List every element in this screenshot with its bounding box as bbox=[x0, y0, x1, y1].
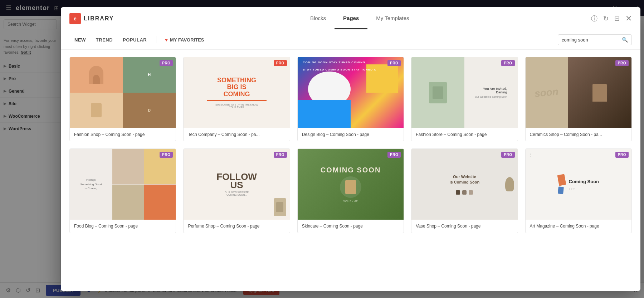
thumb-content-7: FOLLOWus OUR NEW WEBSITECOMING SOON... bbox=[184, 149, 289, 220]
modal-header-actions: ⓘ ↻ ⊟ ✕ bbox=[591, 14, 632, 23]
template-card-info-3: Design Blog – Coming Soon - page bbox=[298, 128, 404, 141]
template-thumb-4: You Are Invited,Darling Our Website is C… bbox=[411, 57, 517, 128]
fashion-grid-thumb: H D bbox=[70, 57, 176, 128]
pro-badge-10: PRO bbox=[615, 152, 629, 158]
pro-badge-7: PRO bbox=[274, 152, 287, 158]
tab-pages[interactable]: Pages bbox=[335, 8, 367, 29]
template-card-title-9: Vase Shop – Coming Soon - page bbox=[416, 223, 513, 229]
thumb-content-6: inklings Something GoodIs Coming bbox=[70, 149, 176, 220]
template-thumb-7: FOLLOWus OUR NEW WEBSITECOMING SOON... P… bbox=[184, 149, 289, 220]
thumb-cell-4: D bbox=[123, 93, 176, 128]
modal-content: H D PRO Fashion Shop – Coming Soon - pag… bbox=[61, 50, 640, 291]
template-card-title-5: Ceramics Shop – Coming Soon - pa... bbox=[530, 132, 627, 138]
template-card-10[interactable]: Coming Soon ○ ○ ○ PRO ⋮ Art Magazine – C… bbox=[525, 148, 632, 233]
filter-trend[interactable]: TREND bbox=[91, 35, 118, 45]
template-thumb-5: soon PRO bbox=[526, 57, 631, 128]
template-card-title-8: Skincare – Coming Soon - page bbox=[302, 223, 399, 229]
search-icon: 🔍 bbox=[622, 37, 628, 43]
pro-badge-5: PRO bbox=[615, 60, 629, 66]
pro-badge: PRO bbox=[160, 60, 173, 66]
help-icon[interactable]: ⓘ bbox=[591, 14, 597, 23]
filter-favorites[interactable]: ♥ MY FAVORITES bbox=[161, 35, 208, 45]
tab-blocks[interactable]: Blocks bbox=[302, 8, 335, 29]
template-card-5[interactable]: soon PRO Ceramics Shop – Coming Soon - p… bbox=[525, 57, 632, 141]
template-card-7[interactable]: FOLLOWus OUR NEW WEBSITECOMING SOON... P… bbox=[183, 148, 290, 233]
template-thumb-1: H D PRO bbox=[70, 57, 176, 128]
heart-icon: ♥ bbox=[165, 37, 168, 43]
template-card-info-4: Fashion Store – Coming Soon - page bbox=[411, 128, 517, 141]
thumb-content-2: SOMETHINGBIG ISCOMING SUBSCRIBE TO STAY … bbox=[184, 57, 289, 128]
modal-logo: e LIBRARY bbox=[69, 13, 114, 24]
more-options-icon[interactable]: ⋮ bbox=[528, 152, 533, 157]
template-thumb-2: SOMETHINGBIG ISCOMING SUBSCRIBE TO STAY … bbox=[184, 57, 289, 128]
thumb-cell-1 bbox=[70, 57, 123, 93]
template-card-title-1: Fashion Shop – Coming Soon - page bbox=[74, 132, 171, 138]
template-card-title-6: Food Blog – Coming Soon - page bbox=[74, 223, 171, 229]
template-card-title-3: Design Blog – Coming Soon - page bbox=[302, 132, 399, 138]
template-thumb-6: inklings Something GoodIs Coming PRO bbox=[70, 149, 176, 220]
thumb-big-text-2: SOMETHINGBIG ISCOMING bbox=[217, 77, 256, 98]
modal-logo-text: LIBRARY bbox=[84, 15, 114, 22]
template-card-6[interactable]: inklings Something GoodIs Coming PRO F bbox=[69, 148, 176, 233]
template-search-box[interactable]: 🔍 bbox=[558, 34, 632, 45]
template-card-info-9: Vase Shop – Coming Soon - page bbox=[411, 220, 517, 233]
template-card-1[interactable]: H D PRO Fashion Shop – Coming Soon - pag… bbox=[69, 57, 176, 141]
template-card-title-2: Tech Company – Coming Soon - pa... bbox=[188, 132, 285, 138]
pro-badge-3: PRO bbox=[387, 60, 401, 66]
template-card-9[interactable]: Our WebsiteIs Coming Soon PRO Vase Shop bbox=[411, 148, 518, 233]
template-thumb-3: COMING SOON STAY TUNED COMING STAY TUNED… bbox=[298, 57, 404, 128]
template-card-info-5: Ceramics Shop – Coming Soon - pa... bbox=[526, 128, 631, 141]
template-card-3[interactable]: COMING SOON STAY TUNED COMING STAY TUNED… bbox=[297, 57, 404, 141]
thumb-content-5: soon bbox=[526, 57, 631, 128]
modal-close-button[interactable]: ✕ bbox=[625, 14, 632, 23]
library-modal: e LIBRARY Blocks Pages My Templates ⓘ ↻ … bbox=[61, 7, 640, 291]
pro-badge-2: PRO bbox=[274, 60, 287, 66]
template-card-info-10: Art Magazine – Coming Soon - page bbox=[526, 220, 631, 233]
template-thumb-8: COMING SOON SOUPYME PRO bbox=[298, 149, 404, 220]
template-card-title-7: Perfume Shop – Coming Soon - page bbox=[188, 223, 285, 229]
thumb-content-8: COMING SOON SOUPYME bbox=[298, 149, 404, 220]
filter-separator bbox=[156, 36, 156, 43]
template-card-title-10: Art Magazine – Coming Soon - page bbox=[530, 223, 627, 229]
elementor-logo-icon: e bbox=[69, 13, 81, 24]
template-grid: H D PRO Fashion Shop – Coming Soon - pag… bbox=[69, 57, 632, 233]
thumb-content-9: Our WebsiteIs Coming Soon bbox=[411, 149, 517, 220]
thumb-cell-3 bbox=[70, 93, 123, 128]
template-card-info-7: Perfume Shop – Coming Soon - page bbox=[184, 220, 289, 233]
pro-badge-8: PRO bbox=[387, 152, 401, 158]
thumb-content-4: You Are Invited,Darling Our Website is C… bbox=[411, 57, 517, 128]
pro-badge-6: PRO bbox=[160, 152, 173, 158]
template-card-4[interactable]: You Are Invited,Darling Our Website is C… bbox=[411, 57, 518, 141]
template-card-info-1: Fashion Shop – Coming Soon - page bbox=[70, 128, 176, 141]
template-card-2[interactable]: SOMETHINGBIG ISCOMING SUBSCRIBE TO STAY … bbox=[183, 57, 290, 141]
filter-popular[interactable]: POPULAR bbox=[118, 35, 152, 45]
modal-filter-bar: NEW TREND POPULAR ♥ MY FAVORITES 🔍 bbox=[61, 30, 640, 50]
save-icon[interactable]: ⊟ bbox=[614, 15, 620, 23]
template-card-title-4: Fashion Store – Coming Soon - page bbox=[416, 132, 513, 138]
modal-tabs: Blocks Pages My Templates bbox=[128, 8, 591, 29]
pro-badge-9: PRO bbox=[501, 152, 514, 158]
template-thumb-10: Coming Soon ○ ○ ○ PRO ⋮ bbox=[526, 149, 631, 220]
template-card-8[interactable]: COMING SOON SOUPYME PRO Skincare – Comin… bbox=[297, 148, 404, 233]
pro-badge-4: PRO bbox=[501, 60, 514, 66]
template-card-info-6: Food Blog – Coming Soon - page bbox=[70, 220, 176, 233]
template-card-info-8: Skincare – Coming Soon - page bbox=[298, 220, 404, 233]
tab-my-templates[interactable]: My Templates bbox=[367, 8, 418, 29]
thumb-content-3: COMING SOON STAY TUNED COMING STAY TUNED… bbox=[298, 57, 404, 128]
modal-header: e LIBRARY Blocks Pages My Templates ⓘ ↻ … bbox=[61, 7, 640, 30]
template-thumb-9: Our WebsiteIs Coming Soon PRO bbox=[411, 149, 517, 220]
refresh-icon[interactable]: ↻ bbox=[603, 15, 609, 23]
template-card-info-2: Tech Company – Coming Soon - pa... bbox=[184, 128, 289, 141]
thumb-content-10: Coming Soon ○ ○ ○ bbox=[526, 149, 631, 220]
template-search-input[interactable] bbox=[562, 37, 619, 43]
filter-new[interactable]: NEW bbox=[69, 35, 91, 45]
